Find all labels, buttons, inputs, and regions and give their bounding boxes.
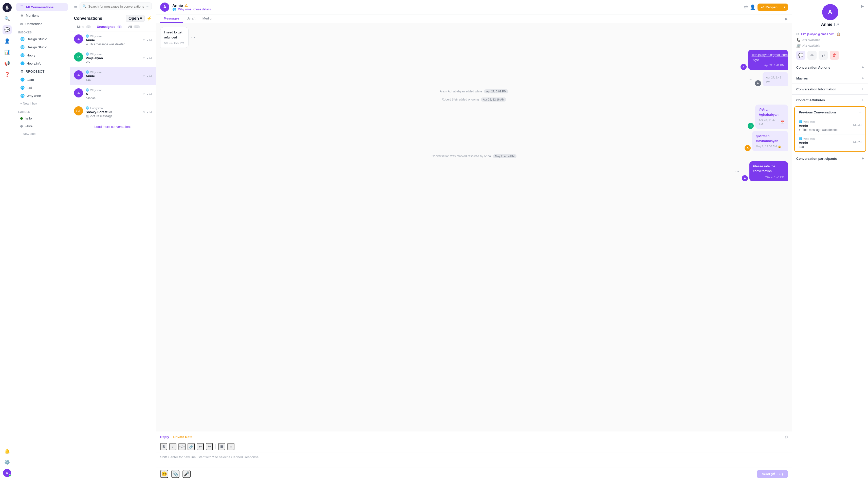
list-item[interactable]: A 🌐 Why wine A 7d • 7d dasdas — [70, 85, 156, 103]
message-actions[interactable]: ⋯ — [740, 113, 746, 120]
reopen-dropdown-button[interactable]: ▾ — [781, 4, 788, 11]
conv-body: 🌐 Why wine A 7d • 7d dasdas — [86, 88, 152, 100]
info-icon[interactable]: ℹ — [834, 23, 835, 27]
message-actions[interactable]: ⋯ — [747, 76, 753, 82]
ordered-list-button[interactable]: ≡ — [227, 443, 235, 450]
chat-header-actions: ⇄ 👤 ↩ Reopen ▾ — [744, 3, 788, 11]
nav-icon-settings[interactable]: ⚙️ — [3, 458, 12, 467]
translate-icon[interactable]: ⇄ — [744, 4, 748, 10]
tab-mine[interactable]: Mine 0 — [74, 23, 94, 31]
nav-icon-campaigns[interactable]: 📢 — [3, 59, 12, 68]
attach-button[interactable]: 📎 — [171, 470, 179, 478]
tab-all[interactable]: All 10 — [125, 23, 143, 31]
nav-icon-reports[interactable]: 📊 — [3, 47, 12, 57]
chat-tabs-more[interactable]: ▶ — [785, 14, 788, 23]
macros-header[interactable]: Macros + — [792, 73, 868, 83]
list-item[interactable]: A 🌐 Why wine Annie 7d • 7d aaa — [70, 67, 156, 85]
copy-icon[interactable]: 📋 — [837, 32, 840, 36]
sidebar-item-team[interactable]: 🌐 team — [16, 76, 68, 83]
conv-info-header[interactable]: Conversation Information + — [792, 84, 868, 95]
sidebar-item-test[interactable]: 🌐 test — [16, 84, 68, 92]
delete-contact-button[interactable]: 🗑 — [830, 50, 839, 60]
compose-tab-note[interactable]: Private Note — [173, 434, 192, 441]
sidebar-item-why-wine[interactable]: 🌐 Why wine — [16, 92, 68, 100]
list-item[interactable]: SF 🌐 Hoory.info Snowy-Forest-23 9d • 9d … — [70, 103, 156, 121]
sidebar-item-rroobbot[interactable]: ⚙ RROOBBOT — [16, 68, 68, 75]
contact-panel-header: ▶ A Annie ℹ ↗ — [792, 0, 868, 31]
new-inbox-button[interactable]: + New inbox — [16, 100, 68, 107]
list-item[interactable]: A 🌐 Why wine Annie 7d • 4d ↩ This messag… — [70, 31, 156, 49]
nav-icon-notifications[interactable]: 🔔 — [3, 447, 12, 456]
list-item[interactable]: P 🌐 Why wine Pmjalalyan 7d • 7d xxx — [70, 49, 156, 67]
nav-icon-helpcenter[interactable]: ❓ — [3, 70, 12, 79]
all-count: 10 — [133, 25, 140, 28]
chat-tab-ucraft[interactable]: Ucraft — [183, 14, 199, 23]
prev-conv-item[interactable]: 🌐 Why wine Annie 7d • 7d aaa — [795, 134, 865, 151]
load-more-button[interactable]: Load more conversations — [70, 121, 156, 132]
compose-body[interactable]: Shift + enter for new line. Start with '… — [156, 452, 792, 468]
sidebar-item-hoory-info[interactable]: 🌐 Hoory.info — [16, 60, 68, 67]
new-label-button[interactable]: + New label — [16, 131, 68, 137]
sidebar-item-design-studio-1[interactable]: 🌐 Design Studio — [16, 35, 68, 43]
conv-actions-header[interactable]: Conversation Actions + — [792, 62, 868, 73]
share-icon[interactable]: 👤 — [750, 4, 755, 10]
search-bar[interactable]: 🔍 → — [80, 3, 152, 10]
participants-header[interactable]: Conversation participants + — [792, 153, 868, 164]
chevron-down-icon: ▾ — [140, 16, 142, 21]
italic-button[interactable]: I — [169, 443, 176, 450]
svg-rect-3 — [6, 9, 8, 10]
tab-unassigned[interactable]: Unassigned 5 — [94, 23, 125, 31]
message-actions[interactable]: ⋯ — [737, 137, 743, 144]
chat-tab-medium[interactable]: Medium — [199, 14, 218, 23]
prev-conv-header[interactable]: Previous Conversations − — [795, 107, 865, 117]
contact-phone-row: 📞 Not Available — [792, 37, 868, 43]
contact-attrs-header[interactable]: Contact Attributes + — [792, 95, 868, 105]
emoji-button[interactable]: 😊 — [160, 470, 168, 478]
nav-icon-conversations[interactable]: 💬 — [3, 25, 12, 34]
nav-icon-search[interactable]: 🔍 — [3, 14, 12, 23]
audio-button[interactable]: 🎤 — [183, 470, 191, 478]
compose-settings-icon[interactable]: ⚙ — [784, 434, 788, 441]
status-filter-open[interactable]: Open ▾ — [126, 15, 145, 22]
expand-panel-button[interactable]: ▶ — [861, 4, 864, 8]
reopen-button-group: ↩ Reopen ▾ — [757, 3, 788, 11]
sidebar-item-design-studio-2[interactable]: 🌐 Design Studio — [16, 43, 68, 51]
message-actions[interactable]: ⋯ — [734, 168, 740, 175]
link-button[interactable]: 🔗 — [188, 443, 195, 450]
sidebar-item-hello[interactable]: hello — [16, 115, 68, 122]
chat-messages: I need to get refunded Apr 19, 1:29 PM ⋯… — [156, 23, 792, 431]
external-link-icon[interactable]: ↗ — [836, 23, 839, 27]
chat-tab-messages[interactable]: Messages — [160, 14, 183, 23]
contact-info: Annie ⚠ 🌐 Why wine Close details — [172, 3, 741, 11]
message-actions[interactable]: ⋯ — [733, 57, 739, 63]
menu-icon[interactable]: ☰ — [74, 4, 78, 9]
compose-tab-reply[interactable]: Reply — [160, 434, 169, 441]
prev-conv-item[interactable]: 🌐 Why wine Annie 7d • 4d ↩ This message … — [795, 117, 865, 134]
bold-button[interactable]: B — [160, 443, 167, 450]
nav-icon-contacts[interactable]: 👤 — [3, 36, 12, 45]
sidebar-item-hoory[interactable]: 🌐 Hoory — [16, 52, 68, 59]
sidebar-item-white[interactable]: white — [16, 123, 68, 130]
undo-button[interactable]: ↩ — [197, 443, 204, 450]
search-input[interactable] — [88, 5, 145, 8]
sidebar-item-unattended[interactable]: ✉ Unattended — [16, 20, 68, 28]
sidebar-item-mentions[interactable]: ＠ Mentions — [16, 11, 68, 20]
list-button[interactable]: ☰ — [218, 443, 225, 450]
edit-contact-button[interactable]: ✏ — [807, 50, 816, 60]
lock-icon: 🔒 — [778, 144, 781, 148]
filter-icon[interactable]: ⚡ — [147, 16, 152, 21]
reopen-button[interactable]: ↩ Reopen — [757, 4, 781, 11]
code-button[interactable]: </> — [178, 443, 186, 450]
redo-button[interactable]: ↪ — [206, 443, 213, 450]
user-avatar[interactable]: A — [3, 469, 11, 477]
merge-contact-button[interactable]: ⇄ — [818, 50, 828, 60]
contact-email[interactable]: lilith.jalalyan@gmail.com — [801, 32, 835, 36]
sidebar-item-all-conversations[interactable]: ☰ All Conversations — [16, 3, 68, 11]
inbox-link[interactable]: Why wine — [178, 8, 191, 11]
message-bubble: @Armen Hovhannisyan May 2, 12:30 AM 🔒 — [752, 131, 788, 151]
send-button[interactable]: Send (⌘ + ↵) — [757, 470, 788, 478]
warning-icon: ⚠ — [185, 3, 188, 7]
message-actions[interactable]: ⋯ — [190, 34, 196, 41]
new-conversation-button[interactable]: 💬 — [796, 50, 805, 60]
close-details-link[interactable]: Close details — [193, 8, 211, 11]
